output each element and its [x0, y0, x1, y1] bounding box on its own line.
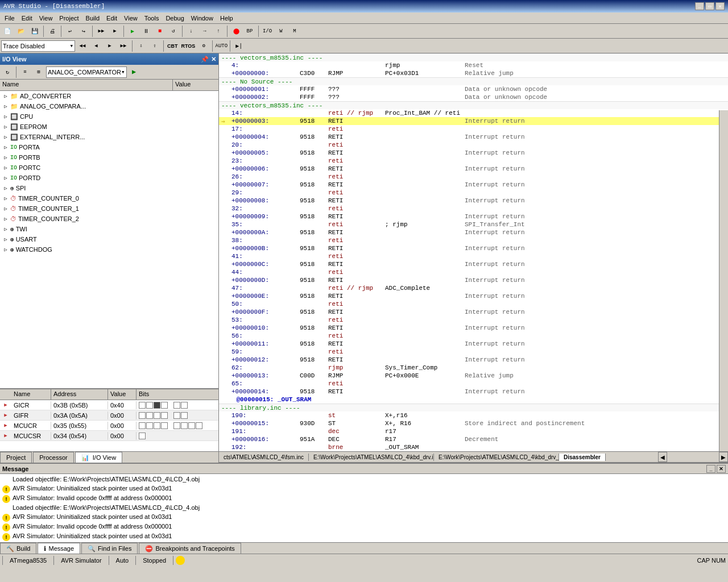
breakpoint-button[interactable]: ⬤ [230, 25, 242, 38]
menu-edit[interactable]: Edit [18, 14, 36, 23]
bit7-gifr[interactable] [139, 412, 146, 419]
tree-item-wd[interactable]: ▷ ⊛ WATCHDOG [0, 244, 218, 255]
bit3-gifr[interactable] [173, 412, 180, 419]
mem-button[interactable]: M [288, 25, 301, 38]
message-close[interactable]: ✕ [717, 465, 726, 473]
bit6-gicr[interactable] [146, 402, 153, 409]
io-category-dropdown[interactable]: ANALOG_COMPARATOR ▾ [46, 66, 127, 78]
file-tab-fsm[interactable]: cts\ATMEL\ASM\LCD_4\fsm.inc [219, 454, 309, 461]
tab-processor[interactable]: Processor [33, 452, 74, 463]
reg-row-mcucsr[interactable]: ▶ MCUCSR 0x34 (0x54) 0x00 [0, 431, 218, 441]
step-over-button[interactable]: → [198, 25, 211, 38]
menu-help[interactable]: Help [217, 14, 237, 23]
tab-io-view[interactable]: 📊 I/O View [75, 452, 122, 463]
trace-btn2[interactable]: ◀ [90, 40, 102, 52]
bit4-gifr[interactable] [161, 412, 168, 419]
close-button[interactable]: ✕ [715, 2, 725, 10]
trace-btn5[interactable]: ⇩ [135, 40, 147, 52]
tree-item-ad[interactable]: ▷ 📁 AD_CONVERTER [0, 91, 218, 101]
tree-item-usart[interactable]: ▷ ⊛ USART [0, 234, 218, 244]
new-button[interactable]: 📄 [1, 25, 14, 38]
menu-project[interactable]: Project [56, 14, 82, 23]
io-list-button[interactable]: ≡ [19, 66, 31, 78]
bit6-mcucr[interactable] [146, 422, 153, 429]
bit0-mcucr[interactable] [196, 422, 202, 429]
bit7-mcucr[interactable] [139, 422, 146, 429]
tab-build[interactable]: 🔨 Build [0, 543, 36, 554]
trace-final-btn[interactable]: ▶| [233, 40, 245, 52]
bit5-gicr[interactable] [154, 402, 160, 409]
tree-item-tc1[interactable]: ▷ ⏱ TIMER_COUNTER_1 [0, 203, 218, 214]
bit2-gifr[interactable] [181, 412, 188, 419]
io-view-pin[interactable]: 📌 [201, 56, 209, 63]
trace-btn4[interactable]: ▶▶ [117, 40, 130, 52]
file-tab-nav-right[interactable]: ▶ [719, 452, 728, 462]
io-go-button[interactable]: ▶ [128, 66, 140, 78]
menu-view[interactable]: View [36, 14, 56, 23]
menu-window[interactable]: Window [188, 14, 217, 23]
menu-build[interactable]: Build [82, 14, 103, 23]
tab-project[interactable]: Project [0, 452, 32, 463]
trace-btn6[interactable]: ⇧ [148, 40, 161, 52]
io-view-close[interactable]: ✕ [211, 56, 216, 63]
bit1-mcucr[interactable] [188, 422, 195, 429]
reset-button[interactable]: ↺ [167, 25, 180, 38]
v-scrollbar[interactable] [719, 110, 728, 451]
pause-button[interactable]: ⏸ [140, 25, 152, 38]
build-all-button[interactable]: ▶▶ [95, 25, 107, 38]
trace-btn7[interactable]: ⚙ [197, 40, 210, 52]
redo-button[interactable]: ↪ [77, 25, 90, 38]
file-tab-kbd-def[interactable]: E:\Work\Projects\ATMEL\ASM\LCD_4\kbd_drv… [434, 454, 559, 461]
trace-dropdown[interactable]: Trace Disabled ▾ [1, 40, 75, 52]
menu-edit2[interactable]: Edit [103, 14, 121, 23]
menu-debug[interactable]: Debug [162, 14, 187, 23]
restore-button[interactable]: ▭ [705, 2, 714, 10]
tree-item-twi[interactable]: ▷ ⊛ TWI [0, 224, 218, 234]
tree-item-ext[interactable]: ▷ 🔲 EXTERNAL_INTERR... [0, 132, 218, 142]
bit7-gicr[interactable] [139, 402, 146, 409]
io-grid-button[interactable]: ⊞ [32, 66, 45, 78]
tab-find[interactable]: 🔍 Find in Files [81, 543, 138, 554]
stop-button[interactable]: ■ [154, 25, 166, 38]
io-refresh-button[interactable]: ↻ [1, 66, 14, 78]
disasm-view[interactable]: ---- vectors_m8535.inc ----4:rjmpReset+0… [219, 53, 728, 451]
toggle-bp-button[interactable]: BP [243, 25, 256, 38]
tree-item-porta[interactable]: ▷ IO PORTA [0, 142, 218, 152]
bit0-mcucsr[interactable] [139, 433, 146, 439]
tab-breakpoints[interactable]: ⛔ Breakpoints and Tracepoints [139, 543, 241, 554]
menu-view2[interactable]: View [121, 14, 141, 23]
auto-btn[interactable]: AUTO [215, 40, 228, 52]
tree-item-portd[interactable]: ▷ IO PORTD [0, 173, 218, 183]
tree-item-analog[interactable]: ▷ 📁 ANALOG_COMPARA... [0, 101, 218, 111]
minimize-button[interactable]: _ [695, 2, 704, 10]
bit4-mcucr[interactable] [161, 422, 168, 429]
tree-item-cpu[interactable]: ▷ 🔲 CPU [0, 111, 218, 122]
save-button[interactable]: 💾 [28, 25, 41, 38]
file-tab-disasm[interactable]: Disassembler [559, 454, 606, 461]
tree-item-eeprom[interactable]: ▷ 🔲 EEPROM [0, 122, 218, 132]
tab-message[interactable]: ℹ Message [38, 543, 80, 554]
step-into-button[interactable]: ↓ [185, 25, 197, 38]
bit3-mcucr[interactable] [173, 422, 180, 429]
file-tab-kbd[interactable]: E:\Work\Projects\ATMEL\ASM\LCD_4\kbd_drv… [309, 454, 434, 461]
bit3-gicr[interactable] [173, 402, 180, 409]
reg-row-gicr[interactable]: ▶ GICR 0x3B (0x5B) 0x40 [0, 400, 218, 410]
build-button[interactable]: ▶ [109, 25, 121, 38]
tree-item-spi[interactable]: ▷ ⊕ SPI [0, 183, 218, 193]
bit2-gicr[interactable] [181, 402, 188, 409]
bit4-gicr[interactable] [161, 402, 168, 409]
bit5-mcucr[interactable] [154, 422, 160, 429]
step-out-button[interactable]: ↑ [212, 25, 225, 38]
menu-tools[interactable]: Tools [141, 14, 163, 23]
menu-file[interactable]: File [1, 14, 18, 23]
file-tab-nav-left[interactable]: ◀ [658, 452, 667, 462]
trace-btn1[interactable]: ◀◀ [76, 40, 89, 52]
undo-button[interactable]: ↩ [64, 25, 76, 38]
bit2-mcucr[interactable] [181, 422, 188, 429]
message-minimize[interactable]: _ [706, 465, 715, 473]
run-button[interactable]: ▶ [126, 25, 139, 38]
io-view-button[interactable]: I/O [261, 25, 274, 38]
reg-row-gifr[interactable]: ▶ GIFR 0x3A (0x5A) 0x00 [0, 410, 218, 421]
tree-item-portb[interactable]: ▷ IO PORTB [0, 152, 218, 163]
watch-button[interactable]: W [275, 25, 287, 38]
